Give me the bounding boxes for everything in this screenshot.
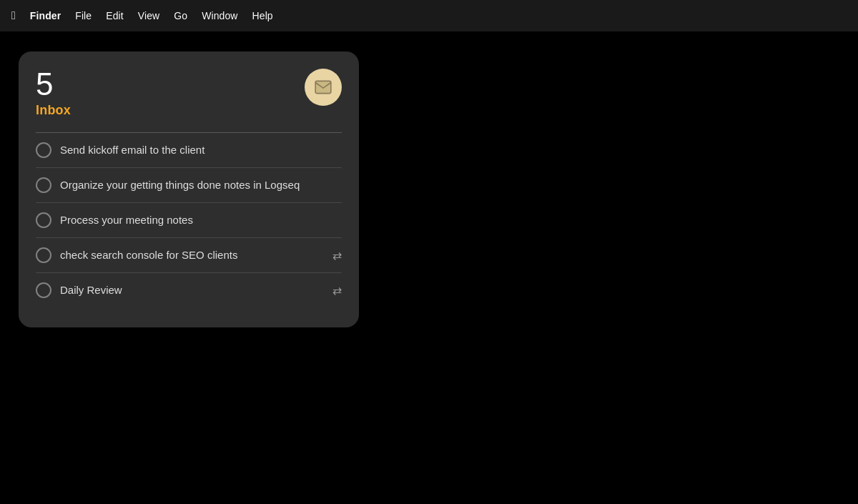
apple-logo-icon[interactable]:  — [11, 9, 16, 22]
inbox-widget: 5 Inbox Send kickoff email to the client… — [19, 51, 359, 327]
task-item: Process your meeting notes — [36, 203, 342, 238]
task-item: Send kickoff email to the client — [36, 133, 342, 168]
task-text: check search console for SEO clients — [60, 248, 324, 262]
menu-help[interactable]: Help — [252, 10, 273, 21]
repeat-icon: ⇄ — [332, 249, 342, 262]
svg-rect-0 — [315, 81, 331, 93]
menu-file[interactable]: File — [75, 10, 92, 21]
widget-header: 5 Inbox — [36, 69, 342, 118]
menu-view[interactable]: View — [138, 10, 160, 21]
task-checkbox[interactable] — [36, 212, 51, 228]
menu-finder[interactable]: Finder — [30, 10, 61, 21]
task-list: Send kickoff email to the clientOrganize… — [36, 133, 342, 307]
task-text: Process your meeting notes — [60, 213, 342, 227]
task-checkbox[interactable] — [36, 247, 51, 263]
menu-go[interactable]: Go — [174, 10, 187, 21]
repeat-icon: ⇄ — [332, 284, 342, 297]
task-checkbox[interactable] — [36, 177, 51, 193]
mail-icon — [314, 78, 332, 97]
task-checkbox[interactable] — [36, 142, 51, 158]
task-item: Organize your getting things done notes … — [36, 168, 342, 203]
task-item: check search console for SEO clients⇄ — [36, 238, 342, 273]
task-text: Organize your getting things done notes … — [60, 178, 342, 192]
menu-edit[interactable]: Edit — [106, 10, 124, 21]
mail-icon-button[interactable] — [305, 69, 342, 106]
task-count: 5 — [36, 69, 71, 100]
widget-title-group: 5 Inbox — [36, 69, 71, 118]
task-checkbox[interactable] — [36, 282, 51, 298]
menubar:  Finder File Edit View Go Window Help — [0, 0, 858, 31]
inbox-label: Inbox — [36, 103, 71, 118]
task-text: Daily Review — [60, 283, 324, 297]
task-text: Send kickoff email to the client — [60, 143, 342, 157]
menu-window[interactable]: Window — [202, 10, 237, 21]
task-item: Daily Review⇄ — [36, 273, 342, 307]
